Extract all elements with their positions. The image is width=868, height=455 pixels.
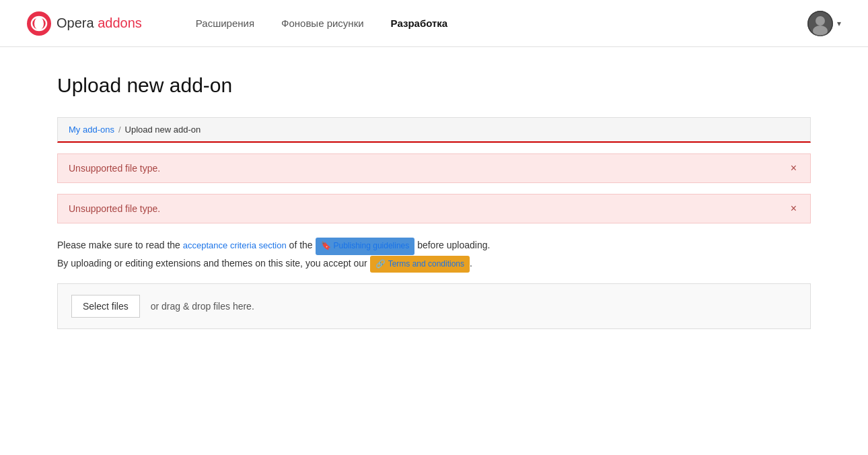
- info-before-criteria: Please make sure to read the: [57, 240, 183, 250]
- opera-logo-icon: [27, 11, 51, 36]
- upload-area: Select files or drag & drop files here.: [57, 283, 811, 329]
- main-nav: Расширения Фоновые рисунки Разработка: [196, 18, 807, 29]
- logo-area: Opera addons: [27, 11, 142, 36]
- logo-text: Opera addons: [57, 15, 142, 31]
- error-message-2: Unsupported file type.: [69, 203, 160, 214]
- error-box-2: Unsupported file type. ×: [57, 194, 811, 223]
- terms-conditions-label: Terms and conditions: [388, 257, 464, 272]
- info-after: before uploading.: [414, 240, 490, 250]
- drop-text: or drag & drop files here.: [151, 301, 254, 312]
- info-line2-after: .: [470, 258, 472, 269]
- page-title: Upload new add-on: [57, 74, 811, 97]
- acceptance-criteria-link[interactable]: acceptance criteria section: [183, 240, 287, 250]
- breadcrumb-current: Upload new add-on: [125, 125, 201, 135]
- svg-point-1: [34, 17, 44, 30]
- user-menu[interactable]: ▾: [807, 11, 841, 36]
- chevron-down-icon: ▾: [837, 19, 841, 28]
- terms-conditions-badge[interactable]: 🔗 Terms and conditions: [370, 256, 470, 273]
- breadcrumb: My add-ons / Upload new add-on: [57, 117, 811, 143]
- publishing-guidelines-badge[interactable]: 🔖 Publishing guidelines: [316, 238, 415, 255]
- info-middle: of the: [287, 240, 316, 250]
- nav-development[interactable]: Разработка: [391, 18, 448, 29]
- select-files-button[interactable]: Select files: [71, 295, 140, 318]
- info-line2-before: By uploading or editing extensions and t…: [57, 258, 370, 269]
- link-icon: 🔗: [375, 257, 386, 272]
- error-close-button-1[interactable]: ×: [788, 162, 799, 174]
- bookmark-icon: 🔖: [321, 239, 331, 254]
- avatar: [807, 11, 833, 36]
- info-section: Please make sure to read the acceptance …: [57, 237, 811, 273]
- avatar-icon: [807, 11, 833, 36]
- breadcrumb-separator: /: [118, 125, 121, 135]
- error-message-1: Unsupported file type.: [69, 163, 160, 174]
- main-content: Upload new add-on My add-ons / Upload ne…: [30, 47, 838, 356]
- nav-extensions[interactable]: Расширения: [196, 18, 254, 29]
- header: Opera addons Расширения Фоновые рисунки …: [0, 0, 868, 47]
- svg-point-4: [816, 16, 825, 26]
- info-line-2: By uploading or editing extensions and t…: [57, 255, 811, 273]
- breadcrumb-my-addons-link[interactable]: My add-ons: [69, 125, 114, 135]
- error-close-button-2[interactable]: ×: [788, 203, 799, 215]
- info-line-1: Please make sure to read the acceptance …: [57, 237, 811, 255]
- nav-backgrounds[interactable]: Фоновые рисунки: [281, 18, 364, 29]
- error-box-1: Unsupported file type. ×: [57, 153, 811, 183]
- logo-addons: addons: [98, 15, 142, 30]
- publishing-guidelines-label: Publishing guidelines: [334, 239, 410, 254]
